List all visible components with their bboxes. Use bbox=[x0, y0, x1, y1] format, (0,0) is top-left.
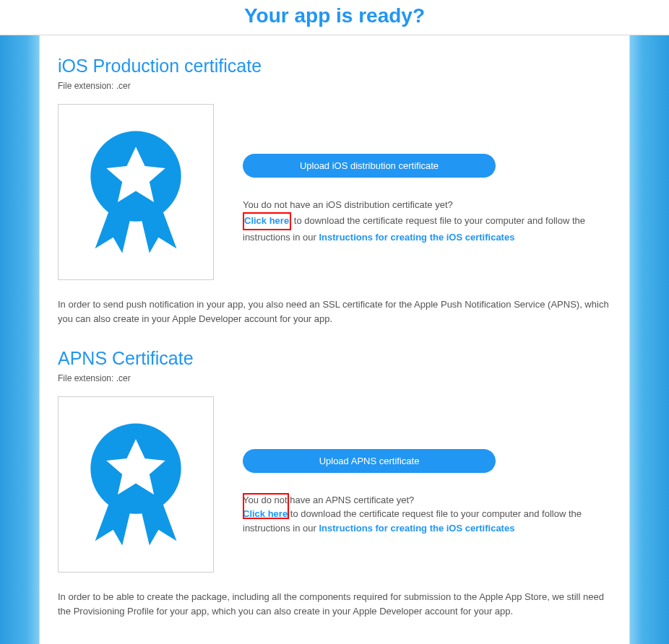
main-content: iOS Production certificate File extensio… bbox=[40, 35, 629, 644]
award-ribbon-icon bbox=[79, 417, 193, 552]
help-text-apns: You do not have an APNS certificate yet?… bbox=[243, 493, 611, 536]
upload-apns-button[interactable]: Upload APNS certificate bbox=[243, 449, 496, 473]
click-here-link[interactable]: Click here bbox=[244, 215, 289, 226]
section-title-apns: APNS Certificate bbox=[58, 348, 611, 369]
help-question: You do not have an iOS distribution cert… bbox=[243, 199, 453, 210]
award-ribbon-icon bbox=[79, 124, 193, 260]
page-title: Your app is ready? bbox=[0, 4, 669, 27]
apns-after-paragraph: In order to be able to create the packag… bbox=[58, 590, 611, 619]
file-extension-label-apns: File extension: .cer bbox=[58, 373, 611, 383]
cert-actions-ios: Upload iOS distribution certificate You … bbox=[243, 139, 611, 245]
upload-ios-distribution-button[interactable]: Upload iOS distribution certificate bbox=[243, 154, 496, 178]
certificate-placeholder-ios bbox=[58, 104, 214, 280]
help-question-pre: You do not bbox=[243, 495, 290, 505]
section-title-ios-prod: iOS Production certificate bbox=[58, 56, 611, 77]
instructions-link-apns[interactable]: Instructions for creating the iOS certif… bbox=[319, 523, 515, 534]
help-question-boxed: have an APNS certificate yet? bbox=[290, 495, 414, 505]
instructions-link[interactable]: Instructions for creating the iOS certif… bbox=[319, 232, 515, 243]
cert-row-ios-prod: Upload iOS distribution certificate You … bbox=[58, 104, 611, 280]
cert-row-apns: Upload APNS certificate You do not have … bbox=[58, 396, 611, 573]
ios-prod-after-paragraph: In order to send push notification in yo… bbox=[58, 297, 611, 326]
certificate-placeholder-apns bbox=[58, 396, 214, 573]
click-here-link-apns[interactable]: Click here bbox=[243, 508, 288, 519]
click-here-highlight-box: Click here bbox=[243, 212, 291, 231]
page-header: Your app is ready? bbox=[0, 0, 669, 35]
file-extension-label: File extension: .cer bbox=[58, 81, 611, 91]
help-text-ios: You do not have an iOS distribution cert… bbox=[243, 198, 611, 245]
cert-actions-apns: Upload APNS certificate You do not have … bbox=[243, 435, 611, 536]
